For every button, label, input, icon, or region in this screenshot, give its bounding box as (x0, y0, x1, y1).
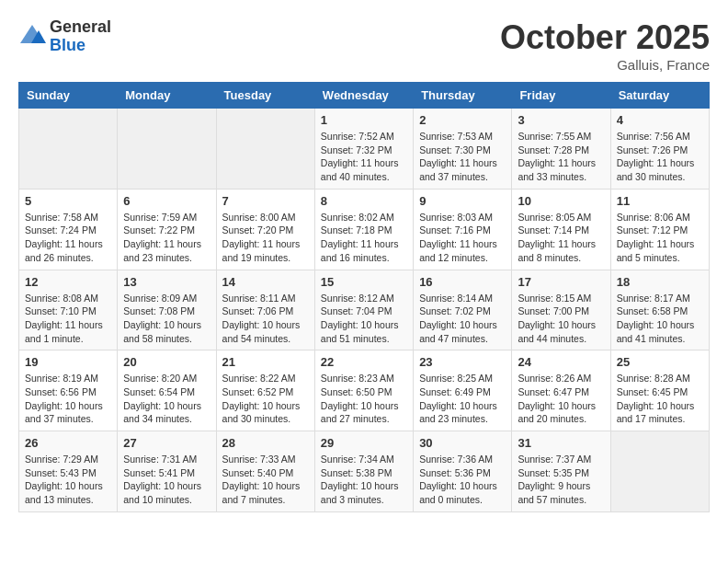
day-number: 10 (518, 194, 604, 208)
day-cell: 12Sunrise: 8:08 AM Sunset: 7:10 PM Dayli… (19, 270, 118, 350)
day-cell: 26Sunrise: 7:29 AM Sunset: 5:43 PM Dayli… (19, 431, 118, 512)
day-number: 31 (518, 436, 604, 450)
day-cell (118, 109, 216, 190)
calendar-body: 1Sunrise: 7:52 AM Sunset: 7:32 PM Daylig… (19, 109, 710, 512)
day-cell: 17Sunrise: 8:15 AM Sunset: 7:00 PM Dayli… (512, 270, 610, 350)
logo-text: General Blue (50, 18, 111, 55)
day-number: 11 (617, 194, 703, 208)
day-number: 19 (25, 355, 111, 369)
day-cell: 31Sunrise: 7:37 AM Sunset: 5:35 PM Dayli… (512, 431, 610, 512)
day-cell: 25Sunrise: 8:28 AM Sunset: 6:45 PM Dayli… (610, 350, 709, 431)
day-info: Sunrise: 7:34 AM Sunset: 5:38 PM Dayligh… (321, 453, 407, 507)
weekday-tuesday: Tuesday (216, 83, 314, 109)
day-info: Sunrise: 8:17 AM Sunset: 6:58 PM Dayligh… (617, 292, 703, 346)
day-info: Sunrise: 7:31 AM Sunset: 5:41 PM Dayligh… (123, 453, 210, 507)
day-number: 28 (222, 436, 309, 450)
day-number: 9 (419, 194, 506, 208)
title-block: October 2025 Galluis, France (500, 18, 710, 73)
weekday-thursday: Thursday (414, 83, 512, 109)
day-number: 8 (321, 194, 407, 208)
weekday-wednesday: Wednesday (314, 83, 413, 109)
week-row-3: 12Sunrise: 8:08 AM Sunset: 7:10 PM Dayli… (19, 270, 710, 350)
day-info: Sunrise: 8:06 AM Sunset: 7:12 PM Dayligh… (617, 211, 703, 265)
day-info: Sunrise: 7:52 AM Sunset: 7:32 PM Dayligh… (321, 130, 407, 184)
day-number: 22 (321, 355, 407, 369)
day-info: Sunrise: 8:09 AM Sunset: 7:08 PM Dayligh… (123, 292, 210, 346)
day-info: Sunrise: 8:22 AM Sunset: 6:52 PM Dayligh… (222, 372, 309, 426)
day-info: Sunrise: 8:15 AM Sunset: 7:00 PM Dayligh… (518, 292, 604, 346)
day-number: 3 (518, 113, 604, 127)
day-number: 13 (123, 275, 210, 289)
month-title: October 2025 (500, 18, 710, 57)
day-info: Sunrise: 8:19 AM Sunset: 6:56 PM Dayligh… (25, 372, 111, 426)
day-info: Sunrise: 7:55 AM Sunset: 7:28 PM Dayligh… (518, 130, 604, 184)
day-info: Sunrise: 7:36 AM Sunset: 5:36 PM Dayligh… (419, 453, 506, 507)
day-number: 24 (518, 355, 604, 369)
day-cell (19, 109, 118, 190)
day-info: Sunrise: 8:12 AM Sunset: 7:04 PM Dayligh… (321, 292, 407, 346)
day-number: 15 (321, 275, 407, 289)
logo: General Blue (18, 18, 111, 55)
week-row-1: 1Sunrise: 7:52 AM Sunset: 7:32 PM Daylig… (19, 109, 710, 190)
page-header: General Blue October 2025 Galluis, Franc… (18, 18, 710, 73)
day-cell: 15Sunrise: 8:12 AM Sunset: 7:04 PM Dayli… (314, 270, 413, 350)
day-info: Sunrise: 8:28 AM Sunset: 6:45 PM Dayligh… (617, 372, 703, 426)
day-number: 23 (419, 355, 506, 369)
day-cell: 14Sunrise: 8:11 AM Sunset: 7:06 PM Dayli… (216, 270, 314, 350)
logo-blue: Blue (50, 37, 111, 55)
day-info: Sunrise: 8:08 AM Sunset: 7:10 PM Dayligh… (25, 292, 111, 346)
day-cell: 19Sunrise: 8:19 AM Sunset: 6:56 PM Dayli… (19, 350, 118, 431)
day-cell: 4Sunrise: 7:56 AM Sunset: 7:26 PM Daylig… (610, 109, 709, 190)
day-number: 29 (321, 436, 407, 450)
weekday-saturday: Saturday (610, 83, 709, 109)
logo-general: General (50, 18, 111, 37)
day-info: Sunrise: 7:33 AM Sunset: 5:40 PM Dayligh… (222, 453, 309, 507)
day-number: 20 (123, 355, 210, 369)
week-row-5: 26Sunrise: 7:29 AM Sunset: 5:43 PM Dayli… (19, 431, 710, 512)
day-number: 30 (419, 436, 506, 450)
day-number: 4 (617, 113, 703, 127)
day-cell: 6Sunrise: 7:59 AM Sunset: 7:22 PM Daylig… (118, 189, 216, 270)
day-number: 12 (25, 275, 111, 289)
day-info: Sunrise: 7:37 AM Sunset: 5:35 PM Dayligh… (518, 453, 604, 507)
day-cell: 21Sunrise: 8:22 AM Sunset: 6:52 PM Dayli… (216, 350, 314, 431)
day-info: Sunrise: 8:05 AM Sunset: 7:14 PM Dayligh… (518, 211, 604, 265)
weekday-friday: Friday (512, 83, 610, 109)
weekday-header-row: SundayMondayTuesdayWednesdayThursdayFrid… (19, 83, 710, 109)
day-info: Sunrise: 7:29 AM Sunset: 5:43 PM Dayligh… (25, 453, 111, 507)
day-cell (610, 431, 709, 512)
day-cell: 10Sunrise: 8:05 AM Sunset: 7:14 PM Dayli… (512, 189, 610, 270)
day-cell: 28Sunrise: 7:33 AM Sunset: 5:40 PM Dayli… (216, 431, 314, 512)
day-cell: 18Sunrise: 8:17 AM Sunset: 6:58 PM Dayli… (610, 270, 709, 350)
day-cell: 29Sunrise: 7:34 AM Sunset: 5:38 PM Dayli… (314, 431, 413, 512)
day-cell: 20Sunrise: 8:20 AM Sunset: 6:54 PM Dayli… (118, 350, 216, 431)
weekday-sunday: Sunday (19, 83, 118, 109)
day-number: 21 (222, 355, 309, 369)
day-cell: 11Sunrise: 8:06 AM Sunset: 7:12 PM Dayli… (610, 189, 709, 270)
day-number: 6 (123, 194, 210, 208)
day-number: 2 (419, 113, 506, 127)
day-cell: 27Sunrise: 7:31 AM Sunset: 5:41 PM Dayli… (118, 431, 216, 512)
day-cell: 7Sunrise: 8:00 AM Sunset: 7:20 PM Daylig… (216, 189, 314, 270)
day-info: Sunrise: 7:56 AM Sunset: 7:26 PM Dayligh… (617, 130, 703, 184)
day-cell: 9Sunrise: 8:03 AM Sunset: 7:16 PM Daylig… (414, 189, 512, 270)
day-number: 14 (222, 275, 309, 289)
week-row-4: 19Sunrise: 8:19 AM Sunset: 6:56 PM Dayli… (19, 350, 710, 431)
day-cell: 23Sunrise: 8:25 AM Sunset: 6:49 PM Dayli… (414, 350, 512, 431)
day-info: Sunrise: 7:53 AM Sunset: 7:30 PM Dayligh… (419, 130, 506, 184)
day-cell: 22Sunrise: 8:23 AM Sunset: 6:50 PM Dayli… (314, 350, 413, 431)
day-info: Sunrise: 8:00 AM Sunset: 7:20 PM Dayligh… (222, 211, 309, 265)
day-cell: 30Sunrise: 7:36 AM Sunset: 5:36 PM Dayli… (414, 431, 512, 512)
day-info: Sunrise: 8:23 AM Sunset: 6:50 PM Dayligh… (321, 372, 407, 426)
day-cell: 13Sunrise: 8:09 AM Sunset: 7:08 PM Dayli… (118, 270, 216, 350)
day-number: 25 (617, 355, 703, 369)
location: Galluis, France (500, 57, 710, 73)
day-number: 1 (321, 113, 407, 127)
calendar: SundayMondayTuesdayWednesdayThursdayFrid… (18, 82, 710, 512)
day-info: Sunrise: 7:58 AM Sunset: 7:24 PM Dayligh… (25, 211, 111, 265)
day-cell: 5Sunrise: 7:58 AM Sunset: 7:24 PM Daylig… (19, 189, 118, 270)
day-cell (216, 109, 314, 190)
logo-icon (18, 23, 46, 51)
day-number: 26 (25, 436, 111, 450)
day-number: 5 (25, 194, 111, 208)
